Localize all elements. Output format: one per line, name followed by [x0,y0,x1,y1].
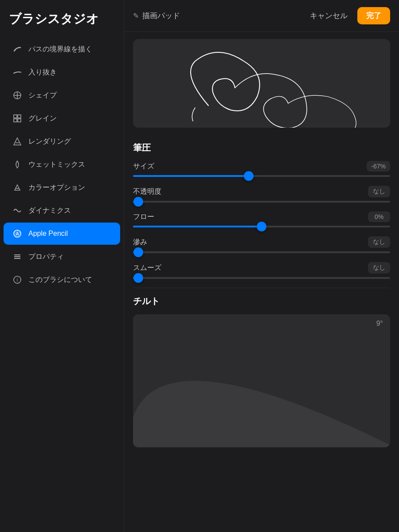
slider-thumb-flow[interactable] [257,222,266,231]
sidebar-item-label: 入り抜き [28,68,57,77]
slider-thumb-size[interactable] [244,171,254,181]
header: ✎ 描画パッド キャンセル 完了 [124,0,399,32]
slider-header-bleed: 滲みなし [133,236,390,248]
sidebar-item-label: カラーオプション [28,183,85,192]
slider-header-smooth: スムーズなし [133,262,390,274]
slider-fill-flow [133,226,262,227]
sidebar-item-taper[interactable]: 入り抜き [4,61,120,83]
pencil-icon: A [12,229,22,239]
drawing-pad[interactable] [133,39,390,128]
svg-text:A: A [16,231,19,236]
cancel-button[interactable]: キャンセル [305,8,352,23]
slider-header-flow: フロー0% [133,211,390,222]
slider-track-bleed[interactable] [133,251,390,253]
wetmix-icon [12,160,22,169]
main-panel: ✎ 描画パッド キャンセル 完了 筆圧 サイズ-67%不透明度なしフロー0%滲み… [124,0,399,532]
slider-label-flow: フロー [133,212,154,222]
sidebar-item-label: パスの境界線を描く [28,45,92,54]
slider-label-smooth: スムーズ [133,263,161,273]
sidebar-item-dynamics[interactable]: ダイナミクス [4,200,120,222]
slider-row-size: サイズ-67% [133,161,390,177]
sidebar-item-wet-mix[interactable]: ウェットミックス [4,153,120,176]
tilt-section: チルト 9° [124,288,399,454]
taper-icon [12,67,22,77]
slider-value-size: -67% [367,161,390,172]
pressure-section: 筆圧 サイズ-67%不透明度なしフロー0%滲みなしスムーズなし [124,135,399,279]
svg-rect-6 [18,119,21,122]
content-area: 筆圧 サイズ-67%不透明度なしフロー0%滲みなしスムーズなし チルト 9° [124,32,399,532]
slider-thumb-opacity[interactable] [133,197,143,207]
slider-thumb-smooth[interactable] [133,273,143,283]
svg-rect-3 [14,115,17,118]
rendering-icon [12,137,22,146]
sidebar-item-label: グレイン [28,114,57,123]
color-icon [12,183,22,192]
slider-row-opacity: 不透明度なし [133,186,390,203]
sidebar-item-shape[interactable]: シェイプ [4,84,120,106]
sidebar-title: ブラシスタジオ [0,0,124,38]
slider-value-opacity: なし [368,186,390,197]
sidebar-item-about[interactable]: iこのブラシについて [4,269,120,291]
slider-row-bleed: 滲みなし [133,236,390,253]
slider-header-size: サイズ-67% [133,161,390,172]
svg-text:i: i [17,277,18,282]
header-title: 描画パッド [142,11,180,21]
info-icon: i [12,275,22,285]
tilt-title: チルト [133,295,390,307]
slider-row-smooth: スムーズなし [133,262,390,279]
list-icon [12,252,22,262]
svg-rect-5 [14,119,17,122]
slider-value-smooth: なし [368,262,390,274]
sidebar-item-label: レンダリング [28,137,71,146]
slider-row-flow: フロー0% [133,211,390,227]
sidebar-item-label: ダイナミクス [28,206,71,215]
sidebar-item-apple-pencil[interactable]: AApple Pencil [4,223,120,245]
header-right: キャンセル 完了 [305,7,390,24]
slider-label-bleed: 滲み [133,238,147,247]
done-button[interactable]: 完了 [357,7,390,24]
grain-icon [12,113,22,123]
sidebar: ブラシスタジオ パスの境界線を描く入り抜きシェイプグレインレンダリングウェットミ… [0,0,124,532]
slider-track-flow[interactable] [133,226,390,227]
slider-value-flow: 0% [368,211,390,222]
stroke-icon [12,44,22,54]
sidebar-item-label: ウェットミックス [28,160,85,169]
tilt-pad[interactable]: 9° [133,314,390,447]
slider-thumb-bleed[interactable] [133,247,143,257]
sidebar-item-grain[interactable]: グレイン [4,107,120,129]
slider-label-size: サイズ [133,162,154,171]
sidebar-item-label: Apple Pencil [28,230,68,238]
drawing-canvas [133,39,390,128]
shape-icon [12,90,22,100]
pressure-title: 筆圧 [133,142,390,154]
sidebar-item-label: シェイプ [28,91,57,100]
slider-label-opacity: 不透明度 [133,187,161,196]
header-left: ✎ 描画パッド [133,11,180,21]
sidebar-item-label: このブラシについて [28,275,92,285]
slider-fill-size [133,175,249,177]
svg-rect-4 [18,115,21,118]
tilt-arc-svg [133,314,390,447]
slider-track-size[interactable] [133,175,390,177]
slider-value-bleed: なし [368,236,390,248]
sidebar-item-color-options[interactable]: カラーオプション [4,176,120,199]
sidebar-item-stroke-path[interactable]: パスの境界線を描く [4,38,120,60]
slider-track-opacity[interactable] [133,201,390,203]
sidebar-item-label: プロパティ [28,252,64,262]
sidebar-item-properties[interactable]: プロパティ [4,246,120,268]
dynamics-icon [12,206,22,215]
slider-track-smooth[interactable] [133,277,390,279]
edit-icon: ✎ [133,12,139,20]
sidebar-item-rendering[interactable]: レンダリング [4,130,120,153]
slider-header-opacity: 不透明度なし [133,186,390,197]
svg-marker-7 [14,138,21,145]
